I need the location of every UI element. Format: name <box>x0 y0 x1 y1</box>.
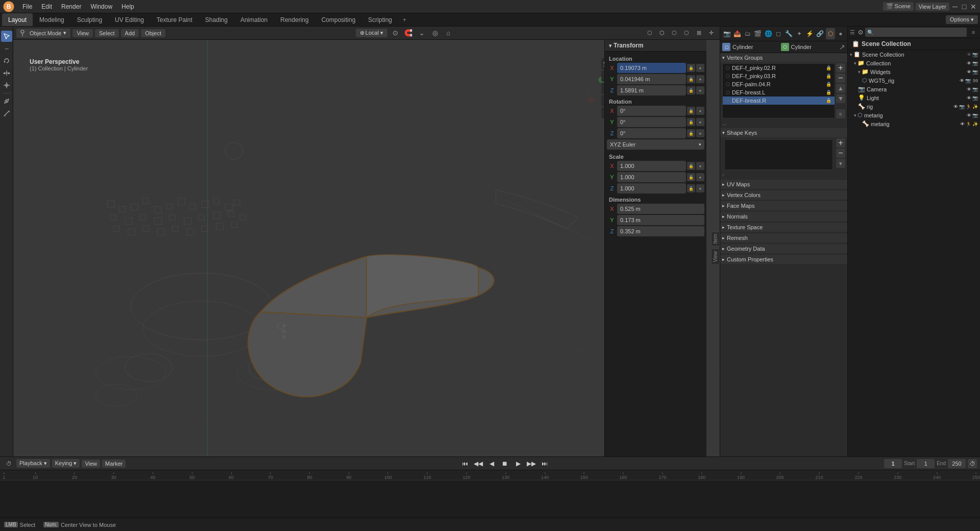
jump-to-end-btn[interactable]: ⏭ <box>539 458 550 469</box>
dim-x-field[interactable]: 0.525 m <box>617 204 704 214</box>
props-expand-btn[interactable]: ↗ <box>839 43 845 51</box>
jump-to-start-btn[interactable]: ⏮ <box>459 458 471 469</box>
wgt5rig-render[interactable]: 📷 <box>965 78 971 83</box>
sidebar-tab-item[interactable]: Item <box>711 231 720 246</box>
step-back-btn[interactable]: ◀◀ <box>473 458 484 469</box>
vg-item-3-lock[interactable]: 🔒 <box>826 90 831 95</box>
vg-remove-btn[interactable]: − <box>836 74 845 83</box>
face-maps-header[interactable]: ▸ Face Maps <box>720 201 847 210</box>
vg-up-btn[interactable]: ▲ <box>836 84 845 93</box>
scale-x-field[interactable]: 1.000 <box>617 161 686 171</box>
vg-item-3[interactable]: ⬡ DEF-breast.L 🔒 <box>723 88 835 96</box>
tree-item-light[interactable]: 💡 Light 👁 📷 <box>848 93 980 102</box>
light-vis[interactable]: 👁 <box>967 95 971 101</box>
options-dropdown[interactable]: Options ▾ <box>946 15 978 24</box>
shape-keys-header[interactable]: ▾ Shape Keys <box>720 128 847 137</box>
scene-coll-vis[interactable]: 👁 <box>967 52 971 57</box>
viewport-shading-solid[interactable]: ⬡ <box>656 28 668 39</box>
texture-space-header[interactable]: ▸ Texture Space <box>720 223 847 232</box>
sk-down-btn[interactable]: ▼ <box>836 159 845 168</box>
tool-transform[interactable] <box>1 80 12 91</box>
outliner-filter-icon[interactable]: ⊙ <box>858 29 863 36</box>
sk-remove-btn[interactable]: − <box>836 149 845 158</box>
props-tab-particles[interactable]: ✦ <box>795 28 804 39</box>
viewport-object-menu[interactable]: Object <box>141 29 165 37</box>
tree-item-metarig-child[interactable]: 🦴 metarig 👁 🏃 ✨ <box>848 119 980 128</box>
tree-item-camera[interactable]: 📷 Camera 👁 📷 <box>848 85 980 93</box>
rig-vis[interactable]: 👁 <box>953 104 958 109</box>
tab-add[interactable]: + <box>399 15 410 25</box>
scene-selector[interactable]: 🎬 Scene <box>883 2 914 11</box>
location-y-lock[interactable]: 🔒 <box>687 75 695 83</box>
tree-item-collection[interactable]: ▾ 📁 Collection 👁 📷 <box>848 59 980 67</box>
wgt5rig-vis[interactable]: 👁 <box>960 78 964 83</box>
tool-move[interactable]: ↔ <box>1 43 12 54</box>
widgets-render[interactable]: 📷 <box>972 69 978 75</box>
viewport-shading-render[interactable]: ⬡ <box>681 28 692 39</box>
window-maximize[interactable]: □ <box>961 3 968 10</box>
light-render[interactable]: 📷 <box>972 95 978 101</box>
geometry-data-header[interactable]: ▸ Geometry Data <box>720 244 847 253</box>
props-tab-constraints[interactable]: 🔗 <box>815 28 824 39</box>
props-tab-data[interactable]: ⬡ <box>826 28 835 39</box>
tab-texture-paint[interactable]: Texture Paint <box>151 13 199 26</box>
vg-item-1[interactable]: ⬡ DEF-f_pinky.03.R 🔒 <box>723 72 835 80</box>
play-reverse-btn[interactable]: ◀ <box>486 458 497 469</box>
dim-y-field[interactable]: 0.173 m <box>617 215 704 225</box>
rotation-y-anim[interactable]: ● <box>696 118 704 126</box>
menu-help[interactable]: Help <box>117 2 138 11</box>
camera-render[interactable]: 📷 <box>972 87 978 92</box>
custom-properties-header[interactable]: ▸ Custom Properties <box>720 255 847 264</box>
props-tab-world[interactable]: 🌐 <box>764 28 773 39</box>
location-z-anim[interactable]: ● <box>696 86 704 94</box>
props-tab-physics[interactable]: ⚡ <box>805 28 814 39</box>
menu-edit[interactable]: Edit <box>37 2 56 11</box>
rig-extra2[interactable]: ✨ <box>972 104 978 109</box>
current-frame-display[interactable]: 1 <box>884 459 902 468</box>
vg-item-0-lock[interactable]: 🔒 <box>826 65 831 70</box>
uv-maps-header[interactable]: ▸ UV Maps <box>720 180 847 189</box>
rotation-z-anim[interactable]: ● <box>696 129 704 137</box>
camera-vis[interactable]: 👁 <box>967 87 971 92</box>
transform-pivot[interactable]: ◎ <box>429 28 440 39</box>
timeline-icon[interactable]: ⏱ <box>3 458 14 469</box>
tool-cursor[interactable] <box>1 31 12 42</box>
tab-scripting[interactable]: Scripting <box>362 13 398 26</box>
dim-z-field[interactable]: 0.352 m <box>617 226 704 236</box>
fps-icon[interactable]: ⏱ <box>968 459 977 468</box>
viewport-overlays[interactable]: ⊞ <box>693 28 704 39</box>
play-btn[interactable]: ▶ <box>512 458 524 469</box>
viewport-select-menu[interactable]: Select <box>95 29 119 37</box>
props-tab-output[interactable]: 📤 <box>732 28 742 39</box>
blender-logo[interactable]: B <box>3 1 14 12</box>
outliner-search[interactable]: 🔍 <box>865 28 967 37</box>
tab-sculpting[interactable]: Sculpting <box>71 13 108 26</box>
scale-x-anim[interactable]: ● <box>696 162 704 170</box>
scale-z-lock[interactable]: 🔒 <box>687 184 695 192</box>
props-tab-material[interactable]: ● <box>836 28 845 39</box>
rotation-z-field[interactable]: 0° <box>617 128 686 138</box>
rotation-z-lock[interactable]: 🔒 <box>687 129 695 137</box>
tool-annotate[interactable] <box>1 95 12 107</box>
view-layer-selector[interactable]: View Layer <box>916 3 949 11</box>
vg-item-2[interactable]: ⬡ DEF-palm.04.R 🔒 <box>723 80 835 88</box>
widgets-vis[interactable]: 👁 <box>967 69 971 75</box>
tree-item-metarig-parent[interactable]: ▾ ⬡ metarig 👁 📷 <box>848 111 980 119</box>
rig-extra1[interactable]: 🏃 <box>966 104 971 109</box>
scale-z-field[interactable]: 1.000 <box>617 183 686 194</box>
scale-y-lock[interactable]: 🔒 <box>687 173 695 181</box>
collection-vis[interactable]: 👁 <box>967 61 971 66</box>
vg-item-0[interactable]: ⬡ DEF-f_pinky.02.R 🔒 <box>723 64 835 72</box>
vg-filter-btn[interactable]: ≡ <box>836 109 845 118</box>
view-dropdown[interactable]: View <box>82 460 100 468</box>
collection-render[interactable]: 📷 <box>972 61 978 66</box>
viewport-add-menu[interactable]: Add <box>121 29 139 37</box>
tab-modeling[interactable]: Modeling <box>33 13 70 26</box>
location-z-field[interactable]: 1.5891 m <box>617 85 686 95</box>
remesh-header[interactable]: ▸ Remesh <box>720 233 847 243</box>
proportional-edit[interactable]: ⊙ <box>389 28 401 39</box>
vg-item-2-lock[interactable]: 🔒 <box>826 82 831 87</box>
euler-mode-dropdown[interactable]: XYZ Euler <box>607 139 704 150</box>
vg-item-4-lock[interactable]: 🔒 <box>826 98 831 103</box>
vg-down-btn[interactable]: ▼ <box>836 94 845 103</box>
